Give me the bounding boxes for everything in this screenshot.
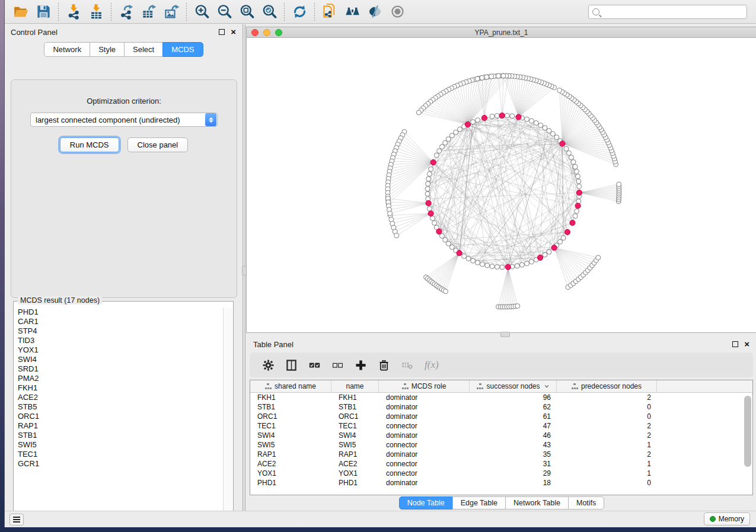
tab-style[interactable]: Style — [90, 42, 125, 57]
table-row[interactable]: ACE2ACE2connector311 — [250, 459, 752, 469]
unselect-all-button[interactable] — [332, 360, 343, 371]
close-panel-icon[interactable]: × — [744, 341, 749, 347]
table-row[interactable]: SWI4SWI4dominator462 — [250, 431, 752, 440]
delete-row-button[interactable] — [378, 360, 390, 371]
show-graphics-details-button[interactable] — [386, 2, 409, 22]
horizontal-splitter-grip[interactable] — [500, 332, 510, 337]
mcds-result-item[interactable]: STB1 — [18, 431, 222, 440]
network-canvas[interactable] — [247, 39, 756, 332]
table-cell: TEC1 — [331, 422, 379, 430]
mcds-result-list[interactable]: PHD1CAR1STP4TID3YOX1SWI4SRD1PMA2FKH1ACE2… — [14, 307, 222, 520]
float-panel-icon[interactable] — [732, 341, 738, 347]
result-scrollbar[interactable] — [223, 307, 232, 520]
search-network-button[interactable] — [341, 2, 363, 22]
tab-mcds[interactable]: MCDS — [162, 42, 203, 57]
save-floppy-icon — [36, 4, 52, 20]
panel-menu-button[interactable] — [9, 514, 24, 525]
minimize-window-icon[interactable] — [263, 29, 270, 36]
maximize-window-icon[interactable] — [275, 29, 282, 36]
column-namespace-icon — [477, 383, 483, 389]
open-session-button[interactable] — [9, 2, 32, 22]
mcds-result-item[interactable]: FKH1 — [18, 383, 222, 393]
delete-column-button[interactable] — [401, 360, 413, 371]
table-row[interactable]: YOX1YOX1connector291 — [250, 469, 752, 478]
import-network-button[interactable] — [62, 2, 85, 22]
table-settings-button[interactable] — [263, 360, 274, 371]
mcds-result-item[interactable]: GCR1 — [18, 459, 222, 469]
zoom-out-button[interactable] — [213, 2, 235, 22]
mcds-result-item[interactable]: PHD1 — [18, 307, 222, 317]
mcds-result-item[interactable]: SRD1 — [18, 364, 222, 374]
optimization-criterion-dropdown[interactable]: largest connected component (undirected) — [30, 113, 218, 127]
new-network-button[interactable] — [318, 2, 341, 22]
mcds-result-item[interactable]: RAP1 — [18, 421, 222, 431]
network-search-field[interactable] — [588, 5, 747, 19]
tab-network-table[interactable]: Network Table — [505, 496, 569, 509]
export-image-button[interactable] — [160, 2, 183, 22]
select-all-button[interactable] — [309, 360, 320, 371]
table-panel-tabs: Node TableEdge TableNetwork TableMotifs — [246, 496, 756, 509]
table-cell: ACE2 — [331, 460, 379, 468]
mcds-result-item[interactable]: ORC1 — [18, 412, 222, 421]
memory-button[interactable]: Memory — [704, 512, 750, 525]
column-header-MCDS-role[interactable]: MCDS role — [379, 380, 470, 392]
close-panel-icon[interactable]: × — [231, 29, 236, 35]
table-scrollbar-thumb[interactable] — [744, 396, 751, 467]
table-row[interactable]: TEC1TEC1connector472 — [250, 421, 752, 431]
network-window-titlebar[interactable]: YPA_prune.txt_1 — [247, 27, 756, 38]
zoom-fit-button[interactable] — [235, 2, 258, 22]
table-row[interactable]: PHD1PHD1dominator180 — [250, 478, 752, 488]
tab-network[interactable]: Network — [44, 42, 90, 57]
table-row[interactable]: ORC1ORC1dominator610 — [250, 412, 752, 421]
mcds-result-item[interactable]: TID3 — [18, 336, 222, 345]
mcds-result-item[interactable]: STP4 — [18, 326, 222, 336]
table-row[interactable]: FKH1FKH1dominator962 — [250, 393, 752, 402]
import-table-button[interactable] — [85, 2, 107, 22]
export-table-button[interactable] — [138, 2, 160, 22]
hide-graphics-details-button[interactable] — [363, 2, 386, 22]
zoom-selected-button[interactable] — [258, 2, 280, 22]
table-row[interactable]: SWI5SWI5connector431 — [250, 440, 752, 450]
mcds-result-item[interactable]: PMA2 — [18, 374, 222, 383]
zoom-in-icon — [194, 4, 210, 20]
unchecked-boxes-icon — [332, 360, 343, 371]
table-row[interactable]: STB1STB1dominator620 — [250, 402, 752, 412]
mcds-result-item[interactable]: SWI5 — [18, 440, 222, 450]
show-column-panel-button[interactable] — [286, 360, 297, 371]
save-session-button[interactable] — [32, 2, 55, 22]
refresh-layout-button[interactable] — [288, 2, 311, 22]
mcds-result-item[interactable]: YOX1 — [18, 345, 222, 355]
export-table-icon — [141, 4, 157, 20]
run-mcds-button[interactable]: Run MCDS — [60, 137, 119, 152]
tab-node-table[interactable]: Node Table — [399, 496, 453, 509]
table-cell: SWI5 — [331, 441, 379, 449]
close-panel-button[interactable]: Close panel — [127, 137, 189, 152]
table-cell: SWI4 — [250, 431, 331, 440]
function-builder-button[interactable]: f(x) — [425, 359, 439, 371]
control-panel: Control Panel × NetworkStyleSelectMCDS O… — [5, 24, 242, 511]
network-graph[interactable] — [247, 39, 756, 332]
tab-edge-table[interactable]: Edge Table — [452, 496, 506, 509]
mcds-result-item[interactable]: CAR1 — [18, 317, 222, 326]
column-header-shared-name[interactable]: shared name — [250, 380, 331, 392]
column-header-name[interactable]: name — [331, 380, 379, 392]
close-window-icon[interactable] — [251, 29, 259, 36]
tab-select[interactable]: Select — [124, 42, 163, 57]
table-cell: ACE2 — [250, 460, 331, 468]
column-header-successor-nodes[interactable]: successor nodes — [470, 380, 557, 392]
add-row-button[interactable] — [355, 360, 366, 371]
table-row[interactable]: RAP1RAP1dominator352 — [250, 450, 752, 459]
mcds-result-item[interactable]: STB5 — [18, 402, 222, 412]
float-panel-icon[interactable] — [219, 29, 225, 35]
search-input[interactable] — [603, 8, 743, 16]
export-network-button[interactable] — [115, 2, 138, 22]
mcds-result-item[interactable]: TEC1 — [18, 450, 222, 459]
zoom-in-button[interactable] — [190, 2, 213, 22]
column-header-predecessor-nodes[interactable]: predecessor nodes — [557, 380, 657, 392]
right-area: YPA_prune.txt_1 Table Panel × — [246, 24, 756, 511]
vertical-splitter[interactable] — [243, 24, 245, 511]
tab-motifs[interactable]: Motifs — [568, 496, 604, 509]
mcds-result-item[interactable]: SWI4 — [18, 355, 222, 364]
mcds-result-item[interactable]: ACE2 — [18, 393, 222, 402]
table-cell: 43 — [470, 441, 557, 449]
